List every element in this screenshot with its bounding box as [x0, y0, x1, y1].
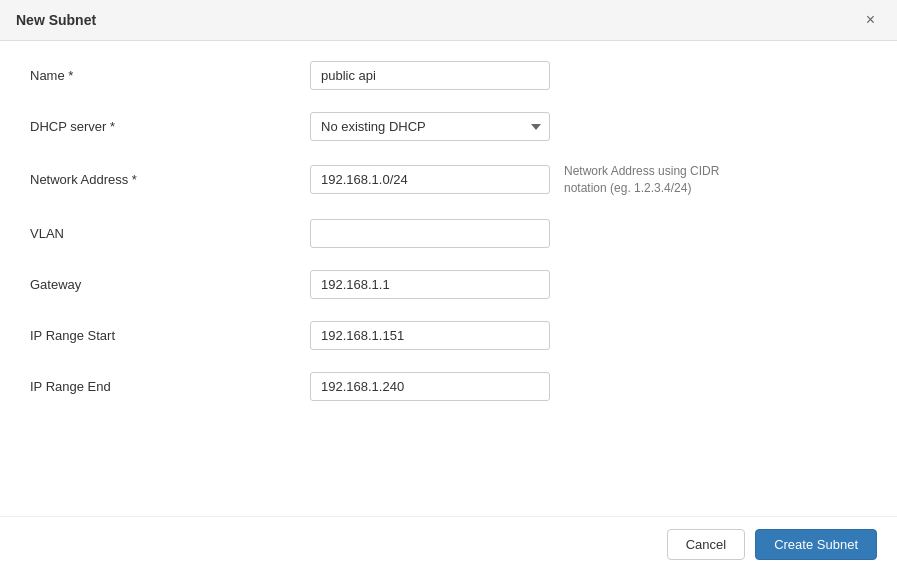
gateway-label: Gateway [30, 277, 310, 292]
vlan-input[interactable] [310, 219, 550, 248]
ip-range-start-input[interactable] [310, 321, 550, 350]
network-address-label: Network Address * [30, 172, 310, 187]
ip-range-end-row: IP Range End [30, 372, 867, 401]
vlan-label: VLAN [30, 226, 310, 241]
dialog-overlay: New Subnet × Name * DHCP server * No exi… [0, 0, 897, 572]
name-label: Name * [30, 68, 310, 83]
ip-range-end-label: IP Range End [30, 379, 310, 394]
name-row: Name * [30, 61, 867, 90]
network-address-input[interactable] [310, 165, 550, 194]
name-input[interactable] [310, 61, 550, 90]
gateway-row: Gateway [30, 270, 867, 299]
dhcp-select[interactable]: No existing DHCP [310, 112, 550, 141]
ip-range-end-input[interactable] [310, 372, 550, 401]
dialog-title: New Subnet [16, 12, 96, 28]
ip-range-start-label: IP Range Start [30, 328, 310, 343]
network-address-hint: Network Address using CIDR notation (eg.… [564, 163, 764, 197]
dialog-header: New Subnet × [0, 0, 897, 41]
gateway-input[interactable] [310, 270, 550, 299]
create-subnet-button[interactable]: Create Subnet [755, 529, 877, 560]
dialog-body: Name * DHCP server * No existing DHCP Ne… [0, 41, 897, 516]
ip-range-start-row: IP Range Start [30, 321, 867, 350]
new-subnet-dialog: New Subnet × Name * DHCP server * No exi… [0, 0, 897, 572]
close-button[interactable]: × [860, 10, 881, 30]
dhcp-label: DHCP server * [30, 119, 310, 134]
dhcp-row: DHCP server * No existing DHCP [30, 112, 867, 141]
dialog-footer: Cancel Create Subnet [0, 516, 897, 572]
network-address-row: Network Address * Network Address using … [30, 163, 867, 197]
vlan-row: VLAN [30, 219, 867, 248]
cancel-button[interactable]: Cancel [667, 529, 745, 560]
